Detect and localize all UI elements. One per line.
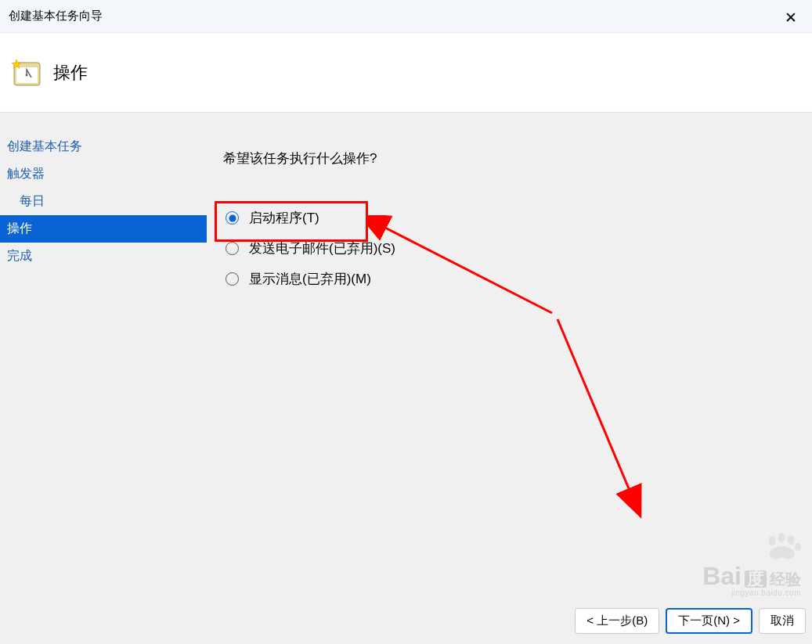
next-button[interactable]: 下一页(N) >	[666, 608, 752, 634]
prompt-text: 希望该任务执行什么操作?	[223, 149, 789, 167]
radio-send-email[interactable]: 发送电子邮件(已弃用)(S)	[226, 233, 789, 264]
sidebar-item-finish[interactable]: 完成	[0, 243, 207, 270]
svg-point-2	[26, 74, 28, 77]
radio-label: 显示消息(已弃用)(M)	[249, 270, 371, 288]
wizard-footer: < 上一步(B) 下一页(N) > 取消	[0, 601, 812, 644]
cancel-button[interactable]: 取消	[759, 608, 806, 634]
radio-label: 启动程序(T)	[249, 209, 319, 227]
close-icon: ✕	[785, 9, 797, 27]
wizard-icon	[9, 58, 42, 87]
radio-icon	[226, 272, 239, 286]
action-radio-group: 启动程序(T) 发送电子邮件(已弃用)(S) 显示消息(已弃用)(M)	[226, 203, 789, 294]
radio-icon	[226, 211, 239, 225]
sidebar-item-trigger[interactable]: 触发器	[0, 160, 207, 188]
content-area: 创建基本任务 触发器 每日 操作 完成 希望该任务执行什么操作? 启动程序(T)…	[0, 113, 812, 601]
radio-start-program[interactable]: 启动程序(T)	[226, 203, 789, 233]
sidebar-item-action[interactable]: 操作	[0, 215, 207, 243]
sidebar-item-daily[interactable]: 每日	[0, 188, 207, 215]
window-title: 创建基本任务向导	[9, 9, 103, 23]
wizard-main: 希望该任务执行什么操作? 启动程序(T) 发送电子邮件(已弃用)(S) 显示消息…	[223, 149, 789, 294]
wizard-header: 操作	[0, 33, 812, 113]
close-button[interactable]: ✕	[778, 6, 804, 28]
sidebar-item-create-task[interactable]: 创建基本任务	[0, 133, 207, 160]
radio-label: 发送电子邮件(已弃用)(S)	[249, 239, 395, 257]
titlebar: 创建基本任务向导	[0, 0, 812, 33]
page-title: 操作	[53, 61, 88, 85]
radio-icon	[226, 242, 239, 255]
radio-show-message[interactable]: 显示消息(已弃用)(M)	[226, 264, 789, 294]
back-button[interactable]: < 上一步(B)	[575, 608, 659, 634]
wizard-sidebar: 创建基本任务 触发器 每日 操作 完成	[0, 133, 207, 270]
